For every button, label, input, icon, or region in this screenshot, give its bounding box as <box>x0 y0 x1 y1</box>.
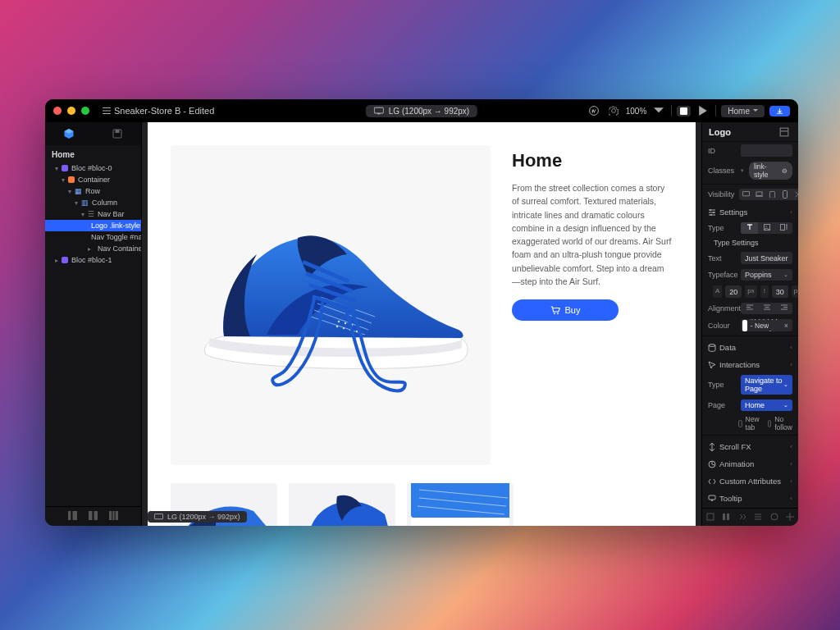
align-center-option[interactable] <box>758 303 775 314</box>
scrollfx-section[interactable]: Scroll FX ‹ <box>702 437 798 454</box>
footer-icon-4[interactable] <box>754 513 762 523</box>
footer-icon-2[interactable] <box>722 513 730 523</box>
svg-rect-34 <box>780 225 784 231</box>
inspector-menu-icon[interactable] <box>777 125 792 139</box>
svg-point-14 <box>345 322 346 324</box>
settings-section[interactable]: Settings ‹ <box>702 203 798 220</box>
footer-icon-1[interactable] <box>706 513 714 523</box>
svg-point-41 <box>771 514 778 520</box>
tree-container[interactable]: ▾Container <box>45 174 141 185</box>
nofollow-checkbox[interactable] <box>768 420 772 427</box>
monitor-icon <box>154 514 163 520</box>
blocks-tab-icon[interactable] <box>62 126 76 141</box>
scroll-icon <box>708 443 716 451</box>
chevron-down-icon[interactable] <box>651 103 666 118</box>
align-right-option[interactable] <box>775 303 792 314</box>
left-panel-tabs <box>45 122 141 145</box>
project-title: Sneaker-Store B - Edited <box>114 106 214 116</box>
tree-nav-toggle[interactable]: Nav Toggle #nav-toggle <box>45 231 141 243</box>
tree-bloc-1[interactable]: ▸Bloc #bloc-1 <box>45 254 141 266</box>
interaction-page-dropdown[interactable]: Home⌄ <box>741 399 792 411</box>
product-main-image[interactable] <box>171 145 491 465</box>
font-size-input[interactable] <box>725 285 742 298</box>
buy-button[interactable]: Buy <box>512 299 619 321</box>
align-left-option[interactable] <box>741 303 758 314</box>
minimize-window-button[interactable] <box>67 107 75 115</box>
maximize-window-button[interactable] <box>81 107 89 115</box>
product-description: Home From the street collection comes a … <box>512 145 673 465</box>
type-image-option[interactable] <box>758 222 775 234</box>
svg-rect-25 <box>742 192 749 196</box>
tree-bloc-0[interactable]: ▾Bloc #bloc-0 <box>45 162 141 174</box>
colour-swatch-field[interactable]: #FFFFFF - New Swatch × <box>741 319 792 331</box>
svg-rect-1 <box>377 113 380 114</box>
type-both-option[interactable] <box>775 222 792 234</box>
text-label: Text <box>708 254 736 262</box>
visibility-hidden-icon[interactable] <box>792 189 798 199</box>
wordpress-icon[interactable] <box>587 103 601 118</box>
page-heading: Home <box>512 150 673 171</box>
animation-section[interactable]: Animation ‹ <box>702 454 798 472</box>
zoom-label[interactable]: 100% <box>626 107 647 116</box>
alignment-label: Alignment <box>708 304 736 313</box>
gear-icon[interactable] <box>606 103 621 118</box>
class-chip[interactable]: link-style⊖ <box>749 162 792 180</box>
tree-row-item[interactable]: ▾▦Row <box>45 185 141 197</box>
data-section[interactable]: Data ‹ <box>702 338 798 355</box>
visibility-mobile-icon[interactable] <box>779 189 791 199</box>
newtab-checkbox[interactable] <box>738 420 742 427</box>
footer-icon-5[interactable] <box>770 513 778 523</box>
id-input[interactable] <box>741 144 792 157</box>
play-icon[interactable] <box>696 103 710 118</box>
footer-icon-6[interactable] <box>786 513 794 523</box>
svg-rect-37 <box>709 495 715 500</box>
font-size-unit[interactable]: px <box>745 285 756 298</box>
thumbnail-3[interactable] <box>407 483 514 526</box>
canvas-breakpoint-badge[interactable]: LG (1200px → 992px) <box>148 511 247 523</box>
typeface-dropdown[interactable]: Poppins⌄ <box>741 269 792 281</box>
type-segmented <box>741 222 792 234</box>
line-height-input[interactable] <box>772 285 788 298</box>
visibility-desktop-icon[interactable] <box>740 189 751 199</box>
visibility-tablet-icon[interactable] <box>766 189 778 199</box>
hamburger-icon[interactable] <box>99 103 114 118</box>
logo-text-input[interactable] <box>741 252 792 264</box>
layout-icon-1[interactable] <box>68 511 77 522</box>
chevron-down-icon[interactable]: ▾ <box>741 167 744 174</box>
close-window-button[interactable] <box>53 107 62 115</box>
svg-rect-24 <box>780 128 788 136</box>
page-dropdown[interactable]: Home <box>721 105 765 117</box>
titlebar-right: 100% Home <box>587 103 790 118</box>
svg-point-18 <box>343 327 345 329</box>
layout-icon-3[interactable] <box>109 511 118 522</box>
chevron-left-icon: ‹ <box>790 361 792 368</box>
visibility-laptop-icon[interactable] <box>753 189 765 199</box>
interaction-type-label: Type <box>708 381 736 389</box>
breakpoint-selector[interactable]: LG (1200px → 992px) <box>366 105 477 117</box>
svg-rect-39 <box>723 514 725 520</box>
tree-navbar[interactable]: ▾☰Nav Bar <box>45 208 141 220</box>
layout-icon-2[interactable] <box>89 511 98 522</box>
tree-logo[interactable]: Logo .link-style <box>45 220 141 231</box>
interaction-type-dropdown[interactable]: Navigate to Page⌄ <box>741 375 792 395</box>
line-height-unit[interactable]: px <box>792 285 798 298</box>
svg-rect-26 <box>756 192 762 195</box>
tree-nav-container[interactable]: ▸Nav Container <box>45 243 141 254</box>
thumbnail-2[interactable] <box>289 483 395 526</box>
tooltip-section[interactable]: Tooltip ‹ <box>702 489 798 506</box>
footer-icon-3[interactable] <box>738 513 746 523</box>
assets-tab-icon[interactable] <box>110 126 125 141</box>
layers-panel: Home ▾Bloc #bloc-0 ▾Container ▾▦Row ▾▥Co… <box>45 122 142 526</box>
clear-colour-icon[interactable]: × <box>780 322 792 330</box>
page-canvas[interactable]: Home From the street collection comes a … <box>148 122 696 526</box>
colour-swatch <box>742 320 747 331</box>
type-text-option[interactable] <box>741 222 758 234</box>
product-body-text: From the street collection comes a story… <box>512 181 673 288</box>
preview-toggle[interactable] <box>677 106 691 116</box>
interactions-section[interactable]: Interactions ‹ <box>702 355 798 372</box>
breakpoint-label: LG (1200px → 992px) <box>389 107 469 116</box>
tree-column[interactable]: ▾▥Column <box>45 197 141 208</box>
custom-attributes-section[interactable]: Custom Attributes ‹ <box>702 472 798 489</box>
svg-rect-23 <box>154 514 162 518</box>
publish-button[interactable] <box>769 106 790 116</box>
